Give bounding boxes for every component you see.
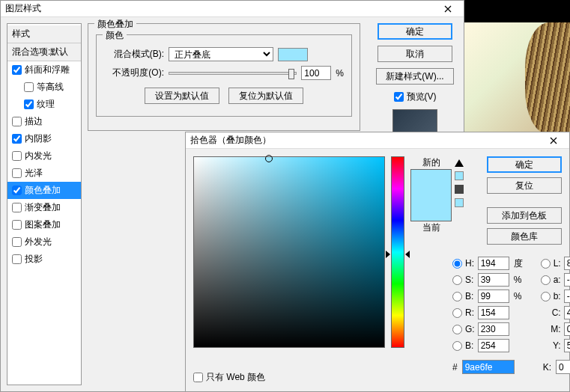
blend-options-header[interactable]: 混合选项:默认: [7, 43, 81, 61]
hex-input[interactable]: [462, 360, 515, 374]
group-legend-2: 颜色: [103, 29, 127, 42]
opacity-input[interactable]: [301, 66, 331, 80]
c-label: C:: [541, 307, 561, 318]
canvas-photo: [464, 22, 570, 135]
style-item-label: 渐变叠加: [25, 201, 61, 214]
websafe-icon[interactable]: [455, 185, 464, 194]
websafe-swatch[interactable]: [455, 198, 464, 207]
style-item-checkbox[interactable]: [12, 168, 22, 178]
color-lib-button[interactable]: 颜色库: [487, 228, 562, 245]
style-item-label: 外发光: [25, 236, 52, 248]
overlay-color-swatch[interactable]: [278, 48, 308, 61]
m-input[interactable]: [564, 322, 570, 336]
blend-mode-label: 混合模式(B):: [104, 48, 164, 61]
g-input[interactable]: [478, 322, 509, 336]
b-input[interactable]: [564, 290, 570, 303]
c-input[interactable]: [564, 306, 570, 319]
bb-radio[interactable]: B:: [452, 340, 475, 351]
preview-checkbox[interactable]: 预览(V): [394, 91, 437, 103]
y-input[interactable]: [564, 339, 570, 352]
l-radio[interactable]: L:: [541, 258, 561, 269]
k-input[interactable]: [556, 360, 570, 374]
style-item-1[interactable]: 等高线: [7, 79, 81, 96]
style-item-checkbox[interactable]: [12, 151, 22, 161]
picker-titlebar[interactable]: 拾色器（叠加颜色）: [186, 132, 569, 149]
style-item-checkbox[interactable]: [12, 186, 22, 195]
style-item-2[interactable]: 纹理: [7, 96, 81, 113]
sv-cursor: [265, 155, 273, 162]
h-input[interactable]: [478, 257, 509, 270]
bv-radio[interactable]: B:: [452, 291, 475, 301]
style-item-8[interactable]: 渐变叠加: [7, 199, 81, 216]
style-item-7[interactable]: 颜色叠加: [7, 182, 81, 199]
bv-input[interactable]: [478, 290, 509, 303]
b-radio[interactable]: b:: [541, 291, 561, 301]
style-item-9[interactable]: 图案叠加: [7, 216, 81, 233]
set-default-button[interactable]: 设置为默认值: [145, 88, 219, 104]
layer-style-titlebar[interactable]: 图层样式: [1, 1, 464, 17]
style-item-label: 投影: [25, 253, 43, 266]
new-style-button[interactable]: 新建样式(W)...: [376, 68, 453, 85]
opacity-label: 不透明度(O):: [104, 67, 164, 79]
color-group: 颜色 混合模式(B): 正片叠底 不透明度(O): % 设置为默认值: [96, 34, 352, 117]
close-icon[interactable]: [437, 1, 459, 16]
g-radio[interactable]: G:: [452, 324, 475, 334]
style-item-checkbox[interactable]: [12, 237, 22, 247]
cancel-button[interactable]: 取消: [378, 46, 452, 62]
picker-reset-button[interactable]: 复位: [487, 177, 562, 194]
style-item-checkbox[interactable]: [12, 134, 22, 144]
s-input[interactable]: [478, 273, 509, 287]
h-radio[interactable]: H:: [452, 258, 475, 269]
new-current-swatch: 新的 当前: [410, 156, 452, 234]
blend-mode-select[interactable]: 正片叠底: [169, 47, 273, 61]
style-item-checkbox[interactable]: [12, 220, 22, 230]
gamut-swatch[interactable]: [455, 171, 464, 180]
sv-field[interactable]: [193, 156, 385, 348]
add-swatch-button[interactable]: 添加到色板: [487, 207, 562, 224]
style-item-11[interactable]: 投影: [7, 251, 81, 268]
style-item-6[interactable]: 光泽: [7, 165, 81, 182]
style-item-10[interactable]: 外发光: [7, 233, 81, 251]
s-radio[interactable]: S:: [452, 275, 475, 285]
style-list-header[interactable]: 样式: [7, 25, 81, 43]
style-item-label: 等高线: [37, 81, 64, 94]
opacity-slider[interactable]: [169, 72, 297, 75]
current-label: 当前: [422, 221, 440, 234]
style-item-checkbox[interactable]: [12, 117, 22, 126]
bb-input[interactable]: [478, 339, 509, 352]
layer-style-title: 图层样式: [5, 2, 437, 15]
gamut-warning-icon[interactable]: [455, 159, 464, 167]
color-picker-dialog: 拾色器（叠加颜色） 新的 当前 确定 复位 添加到色板 颜色: [185, 132, 570, 392]
picker-title: 拾色器（叠加颜色）: [190, 134, 542, 147]
r-radio[interactable]: R:: [452, 307, 475, 318]
new-color[interactable]: [410, 169, 452, 195]
style-item-label: 斜面和浮雕: [25, 64, 70, 76]
r-input[interactable]: [478, 306, 509, 319]
style-item-label: 描边: [25, 115, 43, 128]
style-item-checkbox[interactable]: [12, 203, 22, 212]
m-label: M:: [541, 324, 561, 334]
opacity-unit: %: [336, 68, 344, 79]
style-item-4[interactable]: 内阴影: [7, 130, 81, 147]
style-list: 样式 混合选项:默认 斜面和浮雕等高线纹理描边内阴影内发光光泽颜色叠加渐变叠加图…: [7, 23, 82, 385]
style-item-5[interactable]: 内发光: [7, 147, 81, 165]
style-item-3[interactable]: 描边: [7, 113, 81, 130]
style-item-checkbox[interactable]: [24, 99, 34, 109]
hue-slider[interactable]: [391, 156, 404, 348]
picker-ok-button[interactable]: 确定: [487, 156, 562, 173]
style-item-label: 光泽: [25, 167, 43, 180]
current-color[interactable]: [410, 195, 452, 221]
a-input[interactable]: [564, 273, 570, 287]
ok-button[interactable]: 确定: [378, 23, 452, 40]
l-input[interactable]: [564, 257, 570, 270]
new-label: 新的: [422, 156, 440, 169]
style-item-0[interactable]: 斜面和浮雕: [7, 61, 81, 79]
web-only-checkbox[interactable]: 只有 Web 颜色: [193, 371, 265, 384]
style-item-checkbox[interactable]: [12, 254, 22, 264]
reset-default-button[interactable]: 复位为默认值: [228, 88, 303, 104]
style-item-checkbox[interactable]: [12, 65, 22, 75]
close-icon[interactable]: [542, 133, 565, 148]
hex-label: #: [452, 362, 458, 373]
style-item-checkbox[interactable]: [24, 82, 34, 92]
a-radio[interactable]: a:: [541, 275, 561, 285]
